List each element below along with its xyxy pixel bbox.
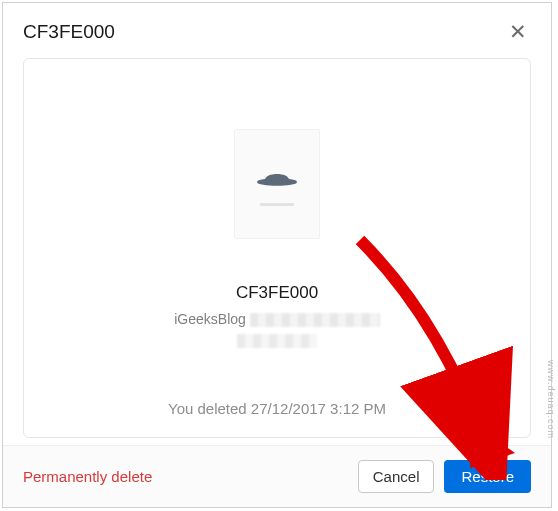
watermark: www.deuaq.com bbox=[546, 360, 556, 439]
file-preview-card: CF3FE000 iGeeksBlog You deleted 27/12/20… bbox=[23, 58, 531, 438]
dialog-header: CF3FE000 ✕ bbox=[3, 3, 551, 58]
close-icon[interactable]: ✕ bbox=[505, 19, 531, 44]
redacted-text bbox=[250, 313, 380, 327]
file-meta: iGeeksBlog bbox=[174, 309, 379, 354]
file-placeholder-icon bbox=[255, 163, 299, 191]
file-name: CF3FE000 bbox=[174, 283, 379, 303]
deleted-timestamp: You deleted 27/12/2017 3:12 PM bbox=[168, 400, 386, 417]
restore-button[interactable]: Restore bbox=[444, 460, 531, 493]
restore-dialog: CF3FE000 ✕ CF3FE000 iGeeksBlog bbox=[2, 2, 552, 508]
redacted-text bbox=[237, 334, 317, 348]
meta-prefix: iGeeksBlog bbox=[174, 311, 246, 327]
file-info: CF3FE000 iGeeksBlog bbox=[174, 283, 379, 354]
dialog-title: CF3FE000 bbox=[23, 21, 115, 43]
file-thumbnail bbox=[234, 129, 320, 239]
permanently-delete-link[interactable]: Permanently delete bbox=[23, 468, 152, 485]
footer-buttons: Cancel Restore bbox=[358, 460, 531, 493]
dialog-content: CF3FE000 iGeeksBlog You deleted 27/12/20… bbox=[3, 58, 551, 445]
dialog-footer: Permanently delete Cancel Restore bbox=[3, 445, 551, 507]
thumb-line bbox=[260, 203, 294, 206]
cancel-button[interactable]: Cancel bbox=[358, 460, 435, 493]
